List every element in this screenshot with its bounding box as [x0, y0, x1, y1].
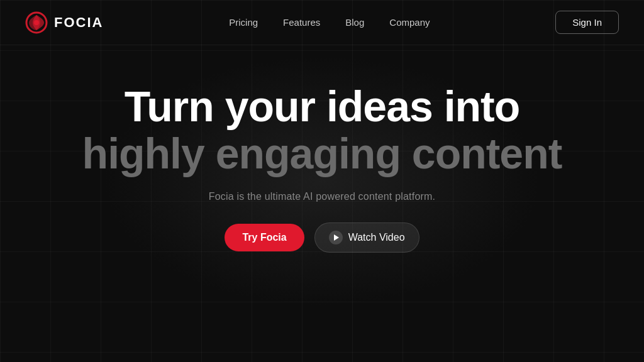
focia-logo-icon	[25, 11, 48, 34]
hero-section: Turn your ideas into highly engaging con…	[0, 45, 644, 253]
logo[interactable]: FOCIA	[25, 11, 103, 34]
play-icon	[329, 231, 343, 244]
watch-video-label: Watch Video	[348, 232, 405, 243]
nav-link-company[interactable]: Company	[389, 17, 430, 28]
navbar: FOCIA Pricing Features Blog Company Sign…	[0, 0, 644, 45]
hero-buttons: Try Focia Watch Video	[225, 222, 419, 253]
hero-title-line2: highly engaging content	[82, 130, 562, 177]
try-focia-button[interactable]: Try Focia	[225, 224, 304, 251]
nav-link-features[interactable]: Features	[283, 17, 320, 28]
play-triangle-icon	[334, 234, 339, 241]
nav-link-pricing[interactable]: Pricing	[229, 17, 258, 28]
nav-links: Pricing Features Blog Company	[229, 17, 430, 28]
svg-point-1	[34, 20, 39, 25]
watch-video-button[interactable]: Watch Video	[314, 222, 419, 253]
nav-link-blog[interactable]: Blog	[345, 17, 364, 28]
sign-in-button[interactable]: Sign In	[555, 11, 619, 34]
hero-subtitle: Focia is the ultimate AI powered content…	[209, 191, 435, 202]
hero-title-line1: Turn your ideas into	[125, 83, 520, 130]
logo-text: FOCIA	[54, 14, 103, 31]
